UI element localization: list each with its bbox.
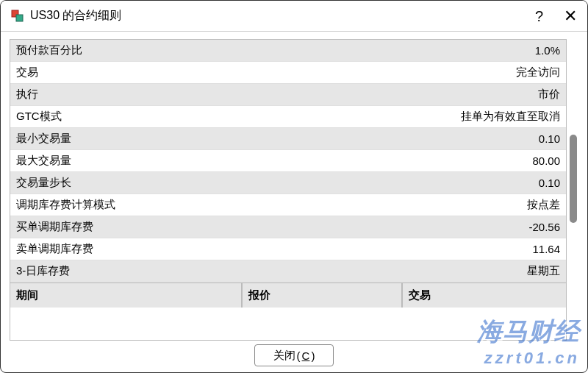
property-value: 0.10 [539,177,560,189]
property-label: 3-日库存费 [16,264,70,278]
property-value: 市价 [538,88,560,102]
property-row: 最小交易量 0.10 [10,128,566,150]
window-title: US30 的合约细则 [30,8,535,24]
close-button-label: 关闭 [273,349,295,363]
property-row: 执行 市价 [10,84,566,106]
scrollbar[interactable] [568,39,578,341]
svg-rect-1 [16,15,23,21]
property-value: 80.00 [532,154,560,167]
close-button-accel: C [302,349,310,362]
property-row: GTC模式 挂单为有效直至取消 [10,106,566,128]
window-close-button[interactable]: ✕ [564,8,577,24]
property-label: GTC模式 [16,110,62,124]
property-value: -20.56 [528,221,560,233]
property-row: 卖单调期库存费 11.64 [10,238,566,260]
sessions-header: 期间 报价 交易 [10,283,566,308]
app-icon [11,10,24,23]
property-label: 交易量步长 [16,176,71,190]
help-button[interactable]: ? [535,9,543,24]
property-value: 完全访问 [516,65,560,79]
property-value: 挂单为有效直至取消 [461,110,560,124]
scrollbar-thumb[interactable] [570,135,577,223]
property-label: 最小交易量 [16,132,71,146]
properties-list: 预付款百分比 1.0% 交易 完全访问 执行 市价 GTC模式 挂单为有效直至取… [10,39,567,341]
property-row: 交易 完全访问 [10,62,566,84]
property-label: 执行 [16,88,38,102]
property-row: 3-日库存费 星期五 [10,260,566,283]
titlebar: US30 的合约细则 ? ✕ [1,1,587,32]
property-row: 买单调期库存费 -20.56 [10,216,566,238]
titlebar-actions: ? ✕ [535,8,577,24]
property-value: 星期五 [527,264,560,278]
property-row: 交易量步长 0.10 [10,172,566,194]
content: 预付款百分比 1.0% 交易 完全访问 执行 市价 GTC模式 挂单为有效直至取… [1,32,587,341]
property-label: 交易 [16,65,38,79]
property-label: 调期库存费计算模式 [16,198,115,212]
property-value: 按点差 [527,198,560,212]
property-value: 0.10 [539,132,560,145]
property-label: 预付款百分比 [16,43,82,57]
close-button[interactable]: 关闭 (C) [254,344,334,366]
property-label: 最大交易量 [16,154,71,168]
footer: 关闭 (C) [1,344,587,366]
property-row: 预付款百分比 1.0% [10,40,566,62]
column-header-trade[interactable]: 交易 [403,283,566,308]
property-row: 调期库存费计算模式 按点差 [10,194,566,216]
property-label: 买单调期库存费 [16,220,93,234]
column-header-quote[interactable]: 报价 [243,283,403,308]
property-label: 卖单调期库存费 [16,242,93,256]
property-value: 1.0% [535,44,560,57]
column-header-period[interactable]: 期间 [10,283,243,308]
property-row: 最大交易量 80.00 [10,150,566,172]
property-value: 11.64 [532,243,560,255]
